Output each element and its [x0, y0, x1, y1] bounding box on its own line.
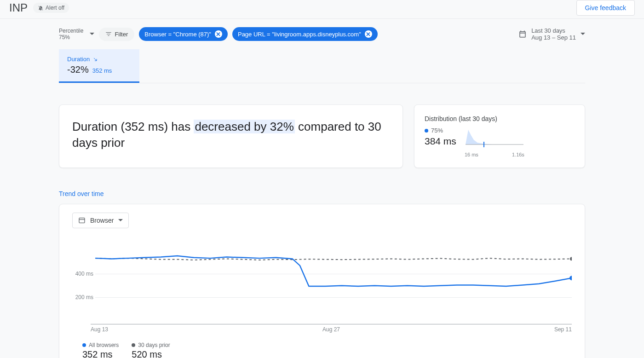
distribution-sparkline: 16 ms 1.16s	[465, 127, 524, 157]
calendar-icon	[518, 30, 527, 38]
dot-grey-icon	[132, 343, 135, 347]
y-tick-200: 200 ms	[72, 294, 93, 300]
date-range-picker[interactable]: Last 30 days Aug 13 – Sep 11	[518, 27, 585, 41]
dist-pct-label: 75%	[431, 127, 443, 134]
chip-label: Browser = "Chrome (87)"	[144, 31, 211, 38]
insight-text: Duration (352 ms) has decreased by 32% c…	[72, 119, 390, 151]
browser-icon	[78, 217, 86, 224]
filter-chip-browser[interactable]: Browser = "Chrome (87)" ✕	[139, 27, 228, 41]
legend-prior: 30 days prior 520 ms	[132, 342, 170, 358]
chip-remove-icon[interactable]: ✕	[215, 30, 222, 38]
x-tick-mid: Aug 27	[322, 326, 340, 333]
legend-all-browsers: All browsers 352 ms	[82, 342, 119, 358]
y-tick-400: 400 ms	[72, 271, 93, 277]
legend-label: All browsers	[89, 342, 119, 348]
browser-dropdown[interactable]: Browser	[72, 213, 129, 228]
distribution-card: Distribution (last 30 days) 75% 384 ms 1…	[414, 104, 585, 168]
svg-point-5	[569, 276, 572, 280]
svg-point-4	[570, 257, 572, 260]
give-feedback-button[interactable]: Give feedback	[576, 0, 635, 16]
bell-off-icon	[38, 5, 44, 11]
caret-down-icon	[118, 219, 123, 222]
trend-card: Browser 400 ms 200 ms Aug 13 Aug 27 Sep …	[59, 204, 585, 358]
legend-value: 352 ms	[82, 349, 119, 358]
arrow-down-right-icon	[92, 57, 98, 62]
browser-label: Browser	[90, 217, 114, 224]
dist-value: 384 ms	[425, 136, 456, 147]
trend-line-chart	[95, 238, 572, 320]
legend-label: 30 days prior	[138, 342, 170, 348]
legend-value: 520 ms	[132, 349, 170, 358]
percentile-value: 75%	[59, 34, 83, 40]
alert-label: Alert off	[46, 5, 64, 11]
x-tick-start: Aug 13	[91, 326, 108, 333]
chip-label: Page URL = "livingroom.apps.disneyplus.c…	[238, 31, 361, 38]
tab-label: Duration	[67, 56, 90, 63]
date-range-label: Last 30 days	[531, 27, 576, 34]
distribution-title: Distribution (last 30 days)	[425, 115, 575, 122]
alert-off-chip[interactable]: Alert off	[33, 3, 69, 13]
trend-section-title: Trend over time	[59, 190, 585, 197]
dist-max-label: 1.16s	[512, 152, 524, 157]
dot-blue-icon	[82, 343, 86, 347]
dot-blue-icon	[425, 129, 428, 133]
svg-rect-2	[79, 218, 85, 223]
tab-duration[interactable]: Duration -32% 352 ms	[59, 49, 139, 83]
tab-delta: -32%	[67, 64, 89, 75]
filter-icon	[105, 31, 112, 37]
x-tick-end: Sep 11	[554, 326, 572, 333]
caret-down-icon	[90, 33, 94, 35]
percentile-label: Percentile	[59, 28, 83, 34]
date-range-value: Aug 13 – Sep 11	[531, 34, 576, 41]
tab-value-ms: 352 ms	[92, 67, 112, 74]
insight-prefix: Duration (352 ms) has	[72, 120, 194, 133]
filter-button[interactable]: Filter	[99, 28, 134, 41]
insight-card: Duration (352 ms) has decreased by 32% c…	[59, 104, 403, 168]
caret-down-icon	[581, 33, 585, 35]
filter-chip-pageurl[interactable]: Page URL = "livingroom.apps.disneyplus.c…	[232, 27, 378, 41]
filter-label: Filter	[115, 31, 128, 38]
percentile-selector[interactable]: Percentile 75%	[59, 28, 94, 40]
page-title: INP	[9, 1, 28, 14]
dist-min-label: 16 ms	[465, 152, 478, 157]
chip-remove-icon[interactable]: ✕	[365, 30, 372, 38]
insight-highlight: decreased by 32%	[194, 120, 294, 133]
